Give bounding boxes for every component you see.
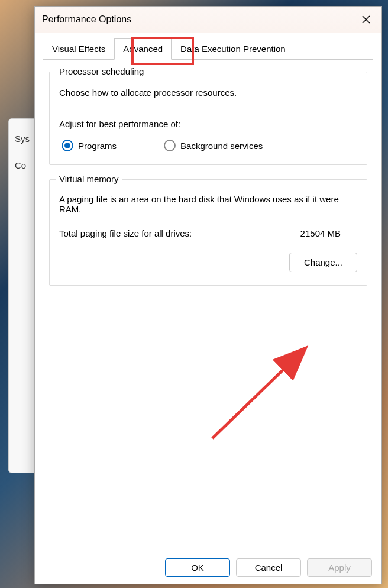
processor-adjust-label: Adjust for best performance of: [59, 119, 357, 129]
close-icon [362, 15, 370, 24]
vm-desc: A paging file is an area on the hard dis… [59, 194, 357, 214]
radio-icon [164, 140, 176, 151]
change-row: Change... [59, 253, 357, 272]
vm-group-title: Virtual memory [56, 174, 122, 184]
bg-text-co: Co [15, 160, 26, 170]
vm-total-value: 21504 MB [300, 228, 341, 238]
radio-background-label: Background services [180, 141, 263, 151]
processor-group-title: Processor scheduling [56, 66, 147, 76]
cancel-button[interactable]: Cancel [236, 558, 301, 577]
processor-scheduling-group: Processor scheduling Choose how to alloc… [49, 72, 367, 165]
radio-programs[interactable]: Programs [62, 140, 117, 151]
processor-desc: Choose how to allocate processor resourc… [59, 88, 357, 98]
title-bar: Performance Options [35, 7, 381, 33]
tab-content: Processor scheduling Choose how to alloc… [35, 60, 381, 551]
change-button[interactable]: Change... [289, 253, 357, 272]
ok-button[interactable]: OK [165, 558, 230, 577]
tab-area: Visual Effects Advanced Data Execution P… [35, 33, 381, 60]
close-button[interactable] [359, 12, 373, 27]
vm-total-label: Total paging file size for all drives: [59, 228, 192, 238]
tab-advanced[interactable]: Advanced [114, 38, 172, 60]
annotation-arrow-icon [195, 338, 319, 456]
vm-total-row: Total paging file size for all drives: 2… [59, 228, 357, 238]
dialog-title: Performance Options [42, 14, 131, 25]
background-window: Sys Co [8, 118, 37, 473]
radio-row: Programs Background services [59, 140, 357, 151]
radio-background-services[interactable]: Background services [164, 140, 263, 151]
button-bar: OK Cancel Apply [35, 551, 381, 584]
tab-dep[interactable]: Data Execution Prevention [172, 38, 295, 59]
svg-line-1 [212, 350, 304, 438]
apply-button: Apply [307, 558, 372, 577]
tab-visual-effects[interactable]: Visual Effects [43, 38, 114, 59]
radio-icon [62, 140, 73, 151]
virtual-memory-group: Virtual memory A paging file is an area … [49, 179, 367, 286]
tabs: Visual Effects Advanced Data Execution P… [43, 38, 373, 60]
radio-programs-label: Programs [78, 141, 117, 151]
bg-text-sys: Sys [15, 134, 30, 144]
performance-options-dialog: Performance Options Visual Effects Advan… [34, 6, 382, 584]
